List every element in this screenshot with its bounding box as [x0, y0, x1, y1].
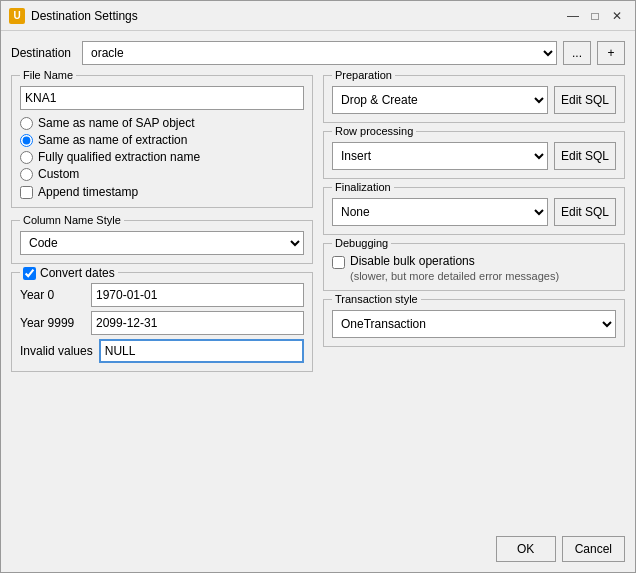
ok-button[interactable]: OK [496, 536, 556, 562]
destination-settings-window: U Destination Settings — □ ✕ Destination… [0, 0, 636, 573]
row-processing-row: Insert Merge Update BulkInsert Edit SQL [332, 142, 616, 170]
year0-label: Year 0 [20, 288, 85, 302]
debugging-group: Debugging Disable bulk operations (slowe… [323, 243, 625, 291]
bottom-buttons: OK Cancel [1, 528, 635, 572]
destination-label: Destination [11, 46, 76, 60]
append-timestamp-checkbox[interactable]: Append timestamp [20, 185, 304, 199]
right-column: Preparation Drop & Create Create if not … [323, 75, 625, 372]
row-processing-select-wrapper: Insert Merge Update BulkInsert [332, 142, 548, 170]
add-button[interactable]: + [597, 41, 625, 65]
debug-checkbox-row: Disable bulk operations (slower, but mor… [332, 254, 616, 282]
transaction-style-row: OneTransaction RowByRow None [332, 310, 616, 338]
column-name-style-title: Column Name Style [20, 214, 124, 226]
destination-select-wrapper: oracle [82, 41, 557, 65]
maximize-button[interactable]: □ [585, 6, 605, 26]
radio-fully-qualified[interactable]: Fully qualified extraction name [20, 150, 304, 164]
title-bar: U Destination Settings — □ ✕ [1, 1, 635, 31]
row-processing-select[interactable]: Insert Merge Update BulkInsert [332, 142, 548, 170]
debug-text-container: Disable bulk operations (slower, but mor… [350, 254, 559, 282]
preparation-select[interactable]: Drop & Create Create if not exists Trunc… [332, 86, 548, 114]
debugging-title: Debugging [332, 237, 391, 249]
convert-dates-checkbox-container: Convert dates [20, 266, 118, 280]
year9999-row: Year 9999 [20, 311, 304, 335]
file-name-group: File Name Same as name of SAP object Sam… [11, 75, 313, 208]
disable-bulk-label: Disable bulk operations [350, 254, 559, 270]
year0-row: Year 0 [20, 283, 304, 307]
app-icon: U [9, 8, 25, 24]
debug-subtext: (slower, but more detailed error message… [350, 270, 559, 282]
left-column: File Name Same as name of SAP object Sam… [11, 75, 313, 372]
row-processing-edit-sql-button[interactable]: Edit SQL [554, 142, 616, 170]
radio-custom[interactable]: Custom [20, 167, 304, 181]
title-bar-controls: — □ ✕ [563, 6, 627, 26]
finalization-row: None Drop Truncate Edit SQL [332, 198, 616, 226]
window-title: Destination Settings [31, 9, 563, 23]
file-name-input[interactable] [20, 86, 304, 110]
convert-dates-label: Convert dates [40, 266, 115, 280]
destination-select[interactable]: oracle [82, 41, 557, 65]
preparation-group: Preparation Drop & Create Create if not … [323, 75, 625, 123]
transaction-style-select[interactable]: OneTransaction RowByRow None [332, 310, 616, 338]
year9999-input[interactable] [91, 311, 304, 335]
year0-input[interactable] [91, 283, 304, 307]
transaction-style-title: Transaction style [332, 293, 421, 305]
radio-group-filename: Same as name of SAP object Same as name … [20, 116, 304, 181]
row-processing-group: Row processing Insert Merge Update BulkI… [323, 131, 625, 179]
convert-dates-group: Convert dates Year 0 Year 9999 Invalid v… [11, 272, 313, 372]
main-content: Destination oracle ... + File Name [1, 31, 635, 528]
disable-bulk-checkbox[interactable] [332, 256, 345, 269]
preparation-title: Preparation [332, 69, 395, 81]
transaction-style-group: Transaction style OneTransaction RowByRo… [323, 299, 625, 347]
finalization-edit-sql-button[interactable]: Edit SQL [554, 198, 616, 226]
preparation-edit-sql-button[interactable]: Edit SQL [554, 86, 616, 114]
convert-dates-checkbox[interactable] [23, 267, 36, 280]
column-name-style-select[interactable]: Code Name Both [20, 231, 304, 255]
radio-extraction-name[interactable]: Same as name of extraction [20, 133, 304, 147]
file-name-group-title: File Name [20, 69, 76, 81]
finalization-select[interactable]: None Drop Truncate [332, 198, 548, 226]
close-button[interactable]: ✕ [607, 6, 627, 26]
invalid-values-row: Invalid values [20, 339, 304, 363]
preparation-select-wrapper: Drop & Create Create if not exists Trunc… [332, 86, 548, 114]
radio-sap-object[interactable]: Same as name of SAP object [20, 116, 304, 130]
destination-row: Destination oracle ... + [11, 41, 625, 65]
minimize-button[interactable]: — [563, 6, 583, 26]
column-name-style-group: Column Name Style Code Name Both [11, 220, 313, 264]
cancel-button[interactable]: Cancel [562, 536, 625, 562]
preparation-row: Drop & Create Create if not exists Trunc… [332, 86, 616, 114]
finalization-title: Finalization [332, 181, 394, 193]
year9999-label: Year 9999 [20, 316, 85, 330]
finalization-select-wrapper: None Drop Truncate [332, 198, 548, 226]
two-column-layout: File Name Same as name of SAP object Sam… [11, 75, 625, 372]
invalid-values-input[interactable] [99, 339, 304, 363]
transaction-style-select-wrapper: OneTransaction RowByRow None [332, 310, 616, 338]
browse-button[interactable]: ... [563, 41, 591, 65]
row-processing-title: Row processing [332, 125, 416, 137]
invalid-values-label: Invalid values [20, 344, 93, 358]
finalization-group: Finalization None Drop Truncate Edit SQL [323, 187, 625, 235]
